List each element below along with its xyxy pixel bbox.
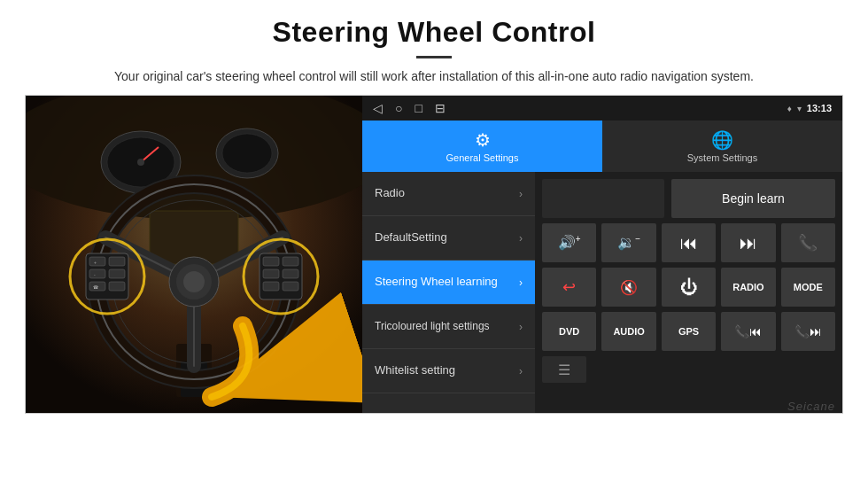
- control-row-2: ↩ 🔇 ⏻ RADIO MODE: [542, 268, 835, 307]
- nav-home-icon[interactable]: ○: [395, 101, 402, 115]
- content-area: Radio › DefaultSetting › Steering Wheel …: [362, 172, 842, 413]
- menu-item-tricoloured[interactable]: Tricoloured light settings ›: [362, 305, 535, 349]
- tab-system-settings[interactable]: 🌐 System Settings: [602, 121, 842, 172]
- menu-item-default[interactable]: DefaultSetting ›: [362, 216, 535, 261]
- svg-rect-26: [109, 269, 125, 278]
- tab-system-label: System Settings: [687, 152, 757, 163]
- menu-steering-label: Steering Wheel learning: [375, 275, 498, 290]
- android-ui: ◁ ○ □ ⊟ ♦ ▾ 13:13 ⚙ General Settings 🌐 S…: [362, 96, 842, 413]
- svg-rect-21: [89, 269, 105, 278]
- next-track-button[interactable]: ⏭: [721, 223, 775, 262]
- tel-next-button[interactable]: 📞⏭: [781, 312, 835, 351]
- mute-icon: 🔇: [620, 279, 638, 296]
- time-display: 13:13: [807, 103, 832, 113]
- radio-label: RADIO: [732, 282, 763, 292]
- car-image-section: + - ☎: [26, 96, 362, 413]
- menu-tricoloured-label: Tricoloured light settings: [375, 320, 490, 334]
- tab-general-settings[interactable]: ⚙ General Settings: [362, 121, 602, 172]
- menu-default-chevron: ›: [519, 232, 523, 245]
- status-bar-nav: ◁ ○ □ ⊟: [373, 101, 446, 115]
- gps-button[interactable]: GPS: [662, 312, 716, 351]
- vol-up-button[interactable]: 🔊+: [542, 223, 596, 262]
- svg-text:☎: ☎: [93, 284, 98, 290]
- svg-rect-27: [109, 282, 125, 291]
- svg-rect-32: [283, 257, 298, 266]
- svg-point-5: [137, 159, 144, 166]
- left-menu: Radio › DefaultSetting › Steering Wheel …: [362, 172, 535, 413]
- next-icon: ⏭: [740, 233, 757, 253]
- watermark: Seicane: [787, 400, 835, 413]
- signal-icon: ▾: [797, 104, 802, 113]
- gps-label: GPS: [678, 326, 699, 337]
- svg-point-7: [222, 134, 272, 173]
- power-icon: ⏻: [680, 277, 698, 298]
- svg-point-1: [26, 96, 362, 220]
- power-button[interactable]: ⏻: [662, 268, 716, 307]
- svg-text:+: +: [94, 260, 97, 265]
- dvd-button[interactable]: DVD: [542, 312, 596, 351]
- mode-label: MODE: [794, 282, 823, 292]
- menu-item-radio[interactable]: Radio ›: [362, 172, 535, 216]
- call-icon: 📞: [798, 233, 818, 253]
- audio-label: AUDIO: [613, 326, 644, 337]
- vol-down-button[interactable]: 🔉−: [601, 223, 655, 262]
- dvd-label: DVD: [559, 326, 579, 337]
- begin-learn-row: Begin learn: [542, 179, 835, 218]
- svg-rect-29: [263, 257, 279, 266]
- mode-button[interactable]: MODE: [781, 268, 835, 307]
- nav-back-icon[interactable]: ◁: [373, 101, 383, 115]
- svg-rect-30: [263, 269, 279, 278]
- control-row-3: DVD AUDIO GPS 📞⏮ 📞⏭: [542, 312, 835, 351]
- header-divider: [416, 56, 452, 58]
- nav-extra-icon[interactable]: ⊟: [435, 101, 446, 115]
- begin-learn-button[interactable]: Begin learn: [671, 179, 835, 218]
- svg-rect-8: [150, 211, 238, 264]
- hangup-icon: ↩: [562, 277, 576, 297]
- header-description: Your original car's steering wheel contr…: [35, 67, 833, 86]
- right-panel: Begin learn 🔊+ 🔉− ⏮ ⏭: [535, 172, 842, 413]
- menu-item-whitelist[interactable]: Whitelist setting ›: [362, 349, 535, 393]
- menu-radio-label: Radio: [375, 186, 405, 201]
- menu-whitelist-label: Whitelist setting: [375, 363, 455, 378]
- top-tabs: ⚙ General Settings 🌐 System Settings: [362, 121, 842, 172]
- menu-item-steering[interactable]: Steering Wheel learning ›: [362, 261, 535, 305]
- radio-button[interactable]: RADIO: [721, 268, 775, 307]
- mute-button[interactable]: 🔇: [601, 268, 655, 307]
- control-row-1: 🔊+ 🔉− ⏮ ⏭ 📞: [542, 223, 835, 262]
- settings-gear-icon: ⚙: [475, 129, 491, 151]
- menu-radio-chevron: ›: [519, 188, 523, 200]
- vol-down-icon: 🔉−: [617, 234, 640, 251]
- status-bar: ◁ ○ □ ⊟ ♦ ▾ 13:13: [362, 96, 842, 121]
- svg-rect-34: [283, 282, 298, 291]
- menu-whitelist-chevron: ›: [519, 365, 523, 377]
- prev-track-button[interactable]: ⏮: [662, 223, 716, 262]
- tel-prev-icon: 📞⏮: [734, 324, 762, 338]
- empty-field: [542, 179, 664, 218]
- svg-rect-31: [263, 282, 279, 291]
- call-button[interactable]: 📞: [781, 223, 835, 262]
- svg-rect-33: [283, 269, 298, 278]
- main-content: + - ☎: [25, 95, 843, 414]
- tel-prev-button[interactable]: 📞⏮: [721, 312, 775, 351]
- menu-tricoloured-chevron: ›: [519, 321, 523, 333]
- page-header: Steering Wheel Control Your original car…: [0, 0, 868, 95]
- system-globe-icon: 🌐: [711, 129, 733, 151]
- tel-next-icon: 📞⏭: [794, 324, 822, 338]
- nav-recent-icon[interactable]: □: [415, 101, 422, 115]
- tab-general-label: General Settings: [446, 152, 519, 163]
- vol-up-icon: 🔊+: [558, 234, 581, 251]
- control-row-4: ☰: [542, 356, 835, 383]
- list-button[interactable]: ☰: [542, 356, 586, 383]
- page-title: Steering Wheel Control: [35, 16, 833, 49]
- svg-rect-19: [89, 257, 105, 266]
- status-bar-info: ♦ ▾ 13:13: [787, 103, 832, 113]
- location-icon: ♦: [787, 104, 792, 113]
- svg-point-17: [183, 271, 205, 292]
- menu-default-label: DefaultSetting: [375, 230, 447, 245]
- list-icon: ☰: [558, 362, 570, 378]
- audio-button[interactable]: AUDIO: [601, 312, 655, 351]
- svg-rect-25: [109, 257, 125, 266]
- hangup-button[interactable]: ↩: [542, 268, 596, 307]
- prev-icon: ⏮: [680, 233, 698, 253]
- menu-steering-chevron: ›: [519, 276, 523, 289]
